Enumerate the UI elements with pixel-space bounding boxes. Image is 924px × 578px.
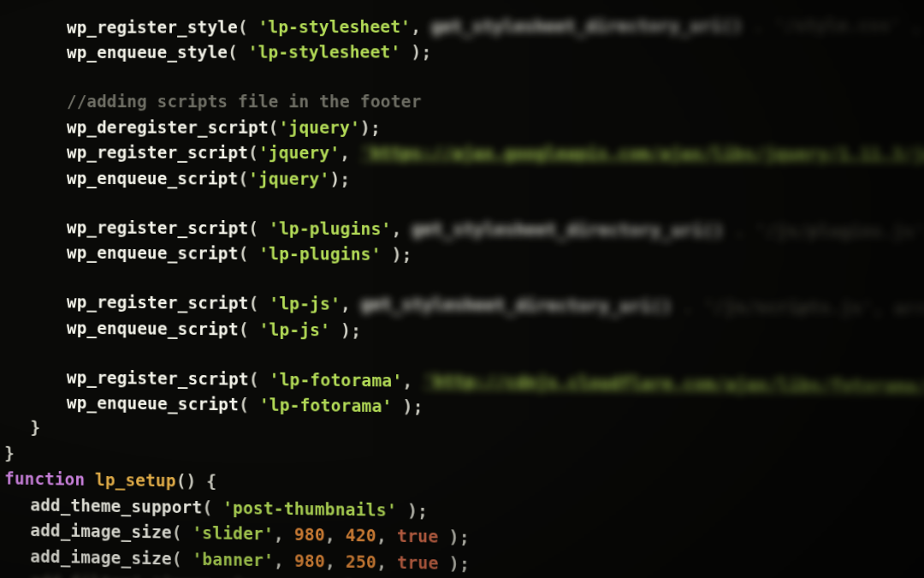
code-token: );	[397, 500, 428, 520]
code-token: ,	[411, 17, 431, 36]
code-token: (	[172, 522, 192, 542]
code-token: }	[31, 418, 41, 437]
code-token: 'jquery'	[248, 169, 329, 188]
code-token: 'jquery'	[279, 117, 360, 136]
code-token: );	[329, 169, 350, 188]
code-token: );	[393, 396, 424, 416]
code-line: wp_deregister_script('jquery');	[0, 115, 924, 142]
code-token: 'lp-fotorama'	[259, 395, 393, 415]
code-token: add_theme_support	[30, 495, 202, 516]
code-token: //adding scripts file in the footer	[67, 92, 422, 110]
code-token: ,	[341, 295, 361, 314]
code-token: ,	[274, 550, 294, 569]
code-token: (	[202, 498, 222, 517]
code-token: 'banner'	[192, 549, 275, 569]
code-token: 'lp-plugins'	[258, 244, 381, 264]
code-token: 'lp-stylesheet'	[248, 43, 401, 63]
code-token: );	[330, 320, 361, 340]
code-token: . '/style.css' , array(),	[743, 15, 924, 36]
code-token: ,	[376, 551, 397, 571]
code-token: 'lp-js'	[259, 319, 331, 339]
code-token: 'lp-plugins'	[269, 218, 391, 238]
code-line: wp_enqueue_style( 'lp-stylesheet' );	[0, 39, 924, 66]
code-token: add_image_size	[30, 521, 171, 542]
code-token: (	[249, 294, 270, 313]
code-token: wp_register_script	[67, 292, 249, 313]
code-token: wp_deregister_script	[67, 117, 269, 136]
code-token: () {	[176, 471, 217, 491]
code-token: 'lp-fotorama'	[270, 369, 403, 390]
code-editor-pane[interactable]: wp_register_style( 'lp-stylesheet', get_…	[0, 0, 924, 578]
code-token: );	[439, 553, 471, 573]
code-token: wp_enqueue_script	[67, 393, 239, 414]
code-token: (	[172, 549, 192, 569]
code-line: wp_register_style( 'lp-stylesheet', get_…	[0, 12, 924, 40]
code-token: ,	[325, 551, 346, 570]
code-token: wp_register_script	[67, 367, 249, 389]
code-token: 250	[346, 551, 376, 571]
code-token: wp_register_style	[67, 17, 238, 37]
code-token: );	[438, 527, 469, 546]
code-token: 980	[294, 525, 325, 545]
code-token: 'lp-stylesheet'	[258, 17, 412, 37]
code-token: 980	[294, 551, 325, 570]
code-token: function	[4, 469, 95, 490]
code-token: 'http://cdnjs.cloudflare.com/ajax/libs/f…	[424, 371, 924, 396]
code-line: //adding scripts file in the footer	[0, 89, 924, 116]
code-token: (	[239, 319, 259, 339]
code-token: (	[228, 43, 248, 62]
code-token: lp_setup	[95, 470, 176, 491]
code-token: (	[238, 17, 258, 36]
code-token: wp_enqueue_style	[67, 43, 228, 62]
code-token: true	[397, 552, 438, 573]
code-token: (	[249, 369, 270, 389]
code-token: );	[400, 42, 431, 61]
code-line: wp_enqueue_script('jquery');	[0, 165, 924, 194]
code-token: get_stylesheet_directory_uri()	[412, 219, 724, 240]
code-token: }	[4, 444, 15, 462]
code-token: 'post-thumbnails'	[222, 498, 397, 520]
code-token: ,	[274, 524, 294, 544]
code-token: (	[269, 117, 279, 136]
code-token: (	[238, 169, 248, 188]
code-token: 'https://ajax.googleapis.com/ajax/libs/j…	[360, 143, 924, 164]
code-token: wp_enqueue_script	[67, 243, 239, 263]
code-token: wp_register_script	[67, 143, 248, 163]
code-token: ,	[402, 371, 423, 390]
code-line	[0, 65, 924, 90]
code-token: ,	[340, 143, 360, 162]
code-token: (	[239, 395, 259, 414]
code-token: (	[248, 143, 258, 162]
code-token: 'jquery'	[258, 143, 340, 163]
code-token: get_stylesheet_directory_uri()	[431, 16, 743, 36]
code-token: add_image_size	[30, 546, 171, 568]
code-token: wp_enqueue_script	[67, 168, 238, 188]
code-token: ,	[325, 525, 346, 545]
code-token: 'lp-js'	[269, 294, 341, 313]
code-token: 420	[346, 525, 376, 545]
code-token: 'slider'	[192, 523, 274, 544]
code-token: (	[239, 244, 259, 264]
code-token: get_stylesheet_directory_uri()	[361, 295, 672, 316]
code-token: wp_register_script	[67, 217, 248, 237]
code-token: ,	[376, 526, 397, 545]
code-token: . '/js/plugins.js', array(	[724, 220, 924, 241]
code-token: );	[360, 117, 381, 136]
code-token: wp_enqueue_script	[67, 318, 239, 338]
code-line: wp_register_script('jquery', 'https://aj…	[0, 140, 924, 169]
code-token: true	[397, 526, 438, 545]
code-token: );	[382, 245, 412, 265]
code-token: . '/js/scripts.js', array( 'jquer	[672, 296, 924, 319]
code-token: (	[248, 218, 269, 237]
code-token: ,	[391, 219, 412, 239]
